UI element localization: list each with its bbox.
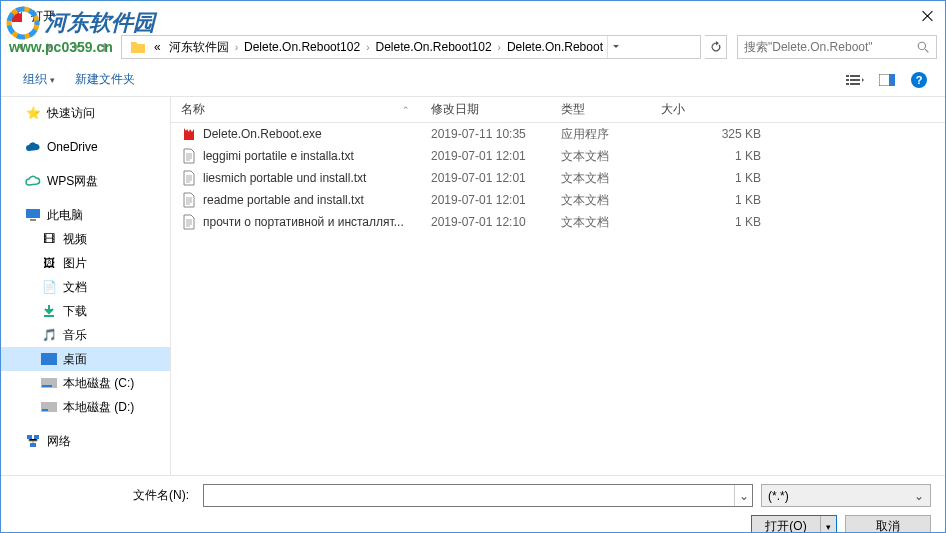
svg-rect-20 [27,435,32,439]
main-area: ⭐快速访问 OneDrive WPS网盘 此电脑 🎞视频 🖼图片 📄文档 下载 … [1,97,945,475]
search-input[interactable] [744,40,917,54]
breadcrumb-item[interactable]: Delete.On.Reboot102 [371,40,495,54]
svg-rect-17 [42,385,52,387]
back-button[interactable] [9,35,33,59]
sidebar-item-desktop[interactable]: 桌面 [1,347,170,371]
column-size[interactable]: 大小 [651,97,771,122]
filename-combo[interactable]: ⌄ [203,484,753,507]
sidebar-item-music[interactable]: 🎵音乐 [1,323,170,347]
svg-rect-22 [30,443,36,447]
file-size-cell: 1 KB [651,215,771,229]
window-title: 打开 [31,8,55,25]
sidebar-item-pictures[interactable]: 🖼图片 [1,251,170,275]
file-row[interactable]: leggimi portatile e installa.txt2019-07-… [171,145,945,167]
close-button[interactable] [919,7,937,25]
organize-button[interactable]: 组织 [13,67,65,92]
bottom-bar: 文件名(N): ⌄ (*.*) ⌄ 打开(O) ▾ 取消 [1,475,945,533]
sidebar-item-wps[interactable]: WPS网盘 [1,169,170,193]
toolbar: 组织 新建文件夹 ? [1,63,945,97]
sidebar-item-quick-access[interactable]: ⭐快速访问 [1,101,170,125]
file-date-cell: 2019-07-11 10:35 [421,127,551,141]
cloud-icon [25,173,41,189]
svg-rect-11 [889,74,895,86]
file-name-cell: Delete.On.Reboot.exe [171,126,421,142]
file-size-cell: 1 KB [651,171,771,185]
help-icon: ? [911,72,927,88]
star-icon: ⭐ [25,105,41,121]
file-name-cell: liesmich portable und install.txt [171,170,421,186]
sort-icon: ⌃ [402,105,410,115]
document-icon: 📄 [41,279,57,295]
search-box[interactable] [737,35,937,59]
nav-row: « 河东软件园 › Delete.On.Reboot102 › Delete.O… [1,31,945,63]
breadcrumb-bar[interactable]: « 河东软件园 › Delete.On.Reboot102 › Delete.O… [121,35,701,59]
sidebar-item-disk-d[interactable]: 本地磁盘 (D:) [1,395,170,419]
sidebar-item-downloads[interactable]: 下载 [1,299,170,323]
file-row[interactable]: Delete.On.Reboot.exe2019-07-11 10:35应用程序… [171,123,945,145]
sidebar-item-video[interactable]: 🎞视频 [1,227,170,251]
chevron-right-icon: › [233,42,240,53]
file-date-cell: 2019-07-01 12:01 [421,193,551,207]
file-row[interactable]: liesmich portable und install.txt2019-07… [171,167,945,189]
sidebar: ⭐快速访问 OneDrive WPS网盘 此电脑 🎞视频 🖼图片 📄文档 下载 … [1,97,171,475]
desktop-icon [41,351,57,367]
sidebar-item-this-pc[interactable]: 此电脑 [1,203,170,227]
open-button[interactable]: 打开(O) ▾ [751,515,837,533]
disk-icon [41,375,57,391]
sidebar-item-network[interactable]: 网络 [1,429,170,453]
file-date-cell: 2019-07-01 12:01 [421,171,551,185]
sidebar-item-documents[interactable]: 📄文档 [1,275,170,299]
filename-input[interactable] [204,489,734,503]
column-name[interactable]: 名称⌃ [171,97,421,122]
file-size-cell: 1 KB [651,149,771,163]
svg-rect-7 [850,79,860,81]
file-type-cell: 文本文档 [551,170,651,187]
recent-button[interactable] [65,35,89,59]
cancel-button[interactable]: 取消 [845,515,931,533]
filename-label: 文件名(N): [15,487,195,504]
forward-button[interactable] [37,35,61,59]
file-date-cell: 2019-07-01 12:10 [421,215,551,229]
music-icon: 🎵 [41,327,57,343]
file-name-cell: leggimi portatile e installa.txt [171,148,421,164]
svg-rect-15 [41,353,57,365]
file-type-cell: 文本文档 [551,192,651,209]
file-name-cell: прочти о портативной и инсталлят... [171,214,421,230]
column-header: 名称⌃ 修改日期 类型 大小 [171,97,945,123]
file-date-cell: 2019-07-01 12:01 [421,149,551,163]
chevron-right-icon: › [364,42,371,53]
search-icon [917,41,930,54]
sidebar-item-onedrive[interactable]: OneDrive [1,135,170,159]
breadcrumb-item[interactable]: Delete.On.Reboot [503,40,607,54]
sidebar-item-disk-c[interactable]: 本地磁盘 (C:) [1,371,170,395]
new-folder-button[interactable]: 新建文件夹 [65,67,145,92]
svg-rect-2 [12,17,22,22]
file-type-cell: 文本文档 [551,148,651,165]
folder-icon [130,40,146,54]
column-type[interactable]: 类型 [551,97,651,122]
download-icon [41,303,57,319]
svg-rect-8 [846,83,849,85]
open-dropdown[interactable]: ▾ [820,516,836,533]
file-row[interactable]: прочти о портативной и инсталлят...2019-… [171,211,945,233]
file-type-cell: 应用程序 [551,126,651,143]
up-button[interactable] [93,35,117,59]
help-button[interactable]: ? [905,69,933,91]
filter-combo[interactable]: (*.*) ⌄ [761,484,931,507]
app-icon [9,8,25,24]
breadcrumb-prefix: « [150,40,165,54]
column-date[interactable]: 修改日期 [421,97,551,122]
preview-pane-button[interactable] [873,69,901,91]
refresh-button[interactable] [705,35,727,59]
file-row[interactable]: readme portable and install.txt2019-07-0… [171,189,945,211]
disk-icon [41,399,57,415]
breadcrumb-item[interactable]: Delete.On.Reboot102 [240,40,364,54]
svg-rect-14 [44,315,54,317]
breadcrumb-dropdown[interactable] [607,36,625,58]
svg-rect-13 [30,219,36,221]
chevron-down-icon: ⌄ [914,489,924,503]
file-name-cell: readme portable and install.txt [171,192,421,208]
breadcrumb-item[interactable]: 河东软件园 [165,39,233,56]
filename-dropdown[interactable]: ⌄ [734,485,752,506]
view-options-button[interactable] [841,69,869,91]
